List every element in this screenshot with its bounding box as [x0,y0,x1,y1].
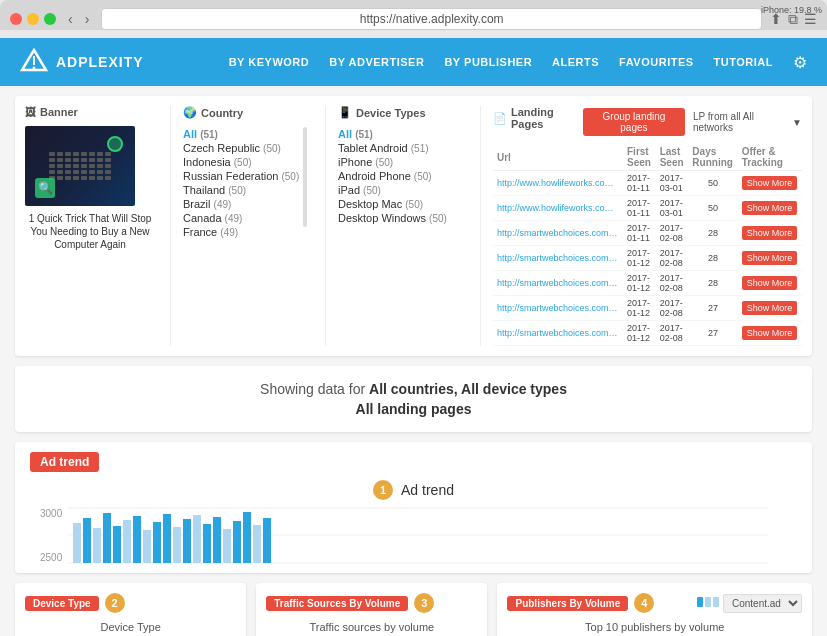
svg-rect-12 [133,516,141,563]
svg-rect-14 [153,522,161,563]
summary-text: Showing data for All countries, All devi… [30,381,797,397]
logo-icon [20,48,48,76]
back-button[interactable]: ‹ [64,9,77,29]
app-wrapper: ADPLEXITY BY KEYWORD BY ADVERTISER BY PU… [0,38,827,636]
nav-favourites[interactable]: FAVOURITES [619,56,693,68]
cell-first-seen: 2017-01-11 [623,196,656,221]
ad-trend-chart: 3000 2500 [30,508,797,563]
browser-chrome: ‹ › https://native.adplexity.com ⬆ ⧉ ☰ [0,0,827,30]
svg-rect-7 [83,518,91,563]
list-item[interactable]: Desktop Mac (50) [338,197,465,211]
list-item[interactable]: Indonesia (50) [183,155,299,169]
show-more-button[interactable]: Show More [742,301,798,315]
forward-button[interactable]: › [81,9,94,29]
cell-last-seen: 2017-02-08 [656,271,689,296]
nav-by-advertiser[interactable]: BY ADVERTISER [329,56,424,68]
cell-offer: Show More [738,221,802,246]
logo-text: ADPLEXITY [56,54,144,70]
list-item[interactable]: Tablet Android (51) [338,141,465,155]
publishers-chart-header: Publishers By Volume 4 Content.ad [507,593,802,613]
list-item[interactable]: Canada (49) [183,211,299,225]
settings-icon[interactable]: ⚙ [793,53,807,72]
svg-rect-10 [113,526,121,563]
show-more-button[interactable]: Show More [742,326,798,340]
svg-rect-23 [243,512,251,563]
url-bar[interactable]: https://native.adplexity.com [101,8,762,30]
group-landing-button[interactable]: Group landing pages [583,108,685,136]
app-header: ADPLEXITY BY KEYWORD BY ADVERTISER BY PU… [0,38,827,86]
nav-tutorial[interactable]: TUTORIAL [714,56,773,68]
list-item[interactable]: iPhone (50) [338,155,465,169]
ad-trend-number: 1 [373,480,393,500]
cell-first-seen: 2017-01-12 [623,246,656,271]
cell-days: 28 [688,221,737,246]
banner-title: 🖼 Banner [25,106,155,118]
show-more-button[interactable]: Show More [742,201,798,215]
svg-rect-18 [193,515,201,563]
close-dot[interactable] [10,13,22,25]
cell-days: 27 [688,296,737,321]
list-item[interactable]: Russian Federation (50) [183,169,299,183]
ad-trend-badge: Ad trend [30,452,99,472]
banner-section: 🖼 Banner 🔍 [25,106,155,346]
publishers-dropdown[interactable]: Content.ad [723,594,802,613]
list-item[interactable]: Czech Republic (50) [183,141,299,155]
list-item[interactable]: All (51) [183,127,299,141]
banner-image[interactable]: 🔍 [25,126,135,206]
country-section: 🌍 Country All (51) Czech Republic (50) I… [170,106,310,346]
list-item[interactable]: Android Phone (50) [338,169,465,183]
cell-days: 27 [688,321,737,346]
cell-url: http://www.howlifeworks.com/lib... [493,196,623,221]
cell-first-seen: 2017-01-12 [623,271,656,296]
col-last-seen: Last Seen [656,144,689,171]
traffic-chart-number: 3 [414,593,434,613]
landing-section: 📄 Landing Pages Group landing pages LP f… [480,106,802,346]
nav-by-keyword[interactable]: BY KEYWORD [229,56,310,68]
svg-rect-11 [123,520,131,563]
country-list: All (51) Czech Republic (50) Indonesia (… [183,127,299,239]
cell-days: 50 [688,196,737,221]
cell-days: 28 [688,271,737,296]
cell-offer: Show More [738,271,802,296]
device-badge: Device Type [25,596,99,611]
traffic-badge: Traffic Sources By Volume [266,596,408,611]
cell-first-seen: 2017-01-12 [623,296,656,321]
dropdown-icon[interactable]: ▼ [792,117,802,128]
list-item[interactable]: France (49) [183,225,299,239]
list-item[interactable]: Brazil (49) [183,197,299,211]
scrollbar[interactable] [303,127,307,227]
show-more-button[interactable]: Show More [742,176,798,190]
list-item[interactable]: Thailand (50) [183,183,299,197]
y-label-2500: 2500 [40,552,62,563]
nav-alerts[interactable]: ALERTS [552,56,599,68]
cell-url: http://smartwebchoices.com/1-re... [493,296,623,321]
cell-last-seen: 2017-02-08 [656,221,689,246]
list-item[interactable]: All (51) [338,127,465,141]
list-item[interactable]: iPad (50) [338,183,465,197]
y-label-3000: 3000 [40,508,62,519]
list-item[interactable]: Desktop Windows (50) [338,211,465,225]
device-title: 📱 Device Types [338,106,465,119]
svg-point-2 [33,67,36,70]
browser-nav: ‹ › [64,9,93,29]
cell-last-seen: 2017-03-01 [656,171,689,196]
svg-rect-13 [143,530,151,563]
device-icon: 📱 [338,106,352,119]
show-more-button[interactable]: Show More [742,226,798,240]
svg-rect-6 [73,523,81,563]
main-nav: BY KEYWORD BY ADVERTISER BY PUBLISHER AL… [229,53,807,72]
summary-text2: All landing pages [30,401,797,417]
nav-by-publisher[interactable]: BY PUBLISHER [444,56,532,68]
svg-rect-24 [253,525,261,563]
show-more-button[interactable]: Show More [742,276,798,290]
publishers-chart-right-controls: Content.ad [697,594,802,613]
cell-first-seen: 2017-01-12 [623,321,656,346]
banner-caption: 1 Quick Trick That Will Stop You Needing… [25,212,155,251]
cell-offer: Show More [738,196,802,221]
cell-first-seen: 2017-01-11 [623,171,656,196]
publishers-chart-number: 4 [634,593,654,613]
image-icon: 🖼 [25,106,36,118]
maximize-dot[interactable] [44,13,56,25]
minimize-dot[interactable] [27,13,39,25]
show-more-button[interactable]: Show More [742,251,798,265]
